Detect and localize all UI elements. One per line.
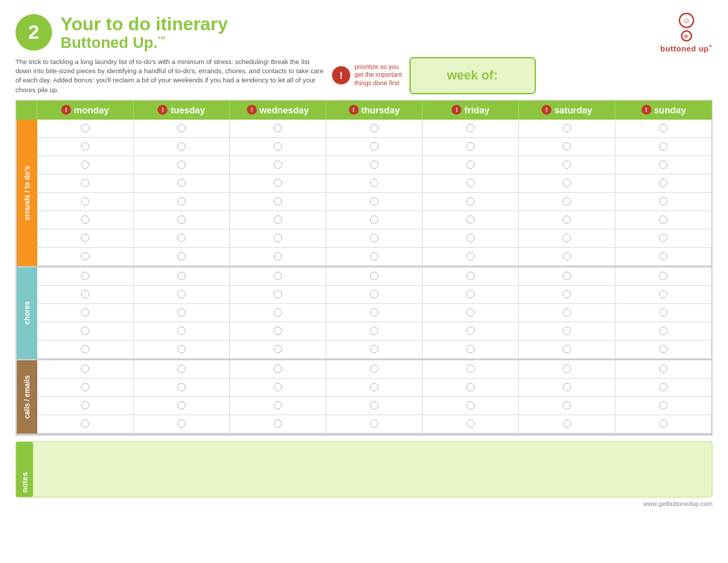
table-cell[interactable] bbox=[37, 267, 134, 286]
table-cell[interactable] bbox=[519, 175, 615, 193]
table-cell[interactable] bbox=[230, 379, 326, 397]
checkbox[interactable] bbox=[274, 419, 282, 428]
table-cell[interactable] bbox=[37, 175, 134, 193]
table-cell[interactable] bbox=[326, 360, 423, 379]
checkbox[interactable] bbox=[177, 252, 186, 260]
checkbox[interactable] bbox=[370, 179, 378, 187]
checkbox[interactable] bbox=[466, 308, 475, 317]
checkbox[interactable] bbox=[563, 383, 571, 391]
checkbox[interactable] bbox=[274, 327, 282, 335]
table-cell[interactable] bbox=[230, 415, 326, 434]
table-cell[interactable] bbox=[615, 175, 712, 193]
table-cell[interactable] bbox=[37, 193, 134, 211]
table-cell[interactable] bbox=[134, 138, 230, 156]
checkbox[interactable] bbox=[177, 142, 186, 151]
table-cell[interactable] bbox=[326, 379, 423, 397]
table-cell[interactable] bbox=[519, 341, 615, 359]
checkbox[interactable] bbox=[563, 308, 571, 317]
table-cell[interactable] bbox=[37, 415, 134, 434]
checkbox[interactable] bbox=[563, 345, 571, 353]
table-cell[interactable] bbox=[326, 415, 423, 434]
checkbox[interactable] bbox=[274, 252, 282, 260]
table-cell[interactable] bbox=[423, 175, 519, 193]
table-cell[interactable] bbox=[615, 120, 712, 138]
checkbox[interactable] bbox=[563, 272, 571, 280]
checkbox[interactable] bbox=[466, 197, 475, 205]
table-cell[interactable] bbox=[326, 341, 423, 359]
checkbox[interactable] bbox=[659, 308, 668, 317]
table-cell[interactable] bbox=[134, 156, 230, 175]
table-cell[interactable] bbox=[37, 229, 134, 248]
checkbox[interactable] bbox=[370, 160, 378, 169]
notes-content[interactable] bbox=[33, 442, 712, 497]
checkbox[interactable] bbox=[274, 345, 282, 353]
checkbox[interactable] bbox=[177, 272, 186, 280]
table-cell[interactable] bbox=[423, 267, 519, 286]
table-cell[interactable] bbox=[423, 156, 519, 175]
table-cell[interactable] bbox=[37, 138, 134, 156]
checkbox[interactable] bbox=[81, 272, 89, 280]
table-cell[interactable] bbox=[519, 322, 615, 341]
table-cell[interactable] bbox=[615, 229, 712, 248]
checkbox[interactable] bbox=[274, 290, 282, 298]
table-cell[interactable] bbox=[615, 341, 712, 359]
checkbox[interactable] bbox=[563, 215, 571, 224]
table-cell[interactable] bbox=[519, 120, 615, 138]
table-cell[interactable] bbox=[230, 175, 326, 193]
table-cell[interactable] bbox=[615, 211, 712, 229]
checkbox[interactable] bbox=[370, 252, 378, 260]
checkbox[interactable] bbox=[466, 252, 475, 260]
table-cell[interactable] bbox=[230, 138, 326, 156]
table-cell[interactable] bbox=[615, 322, 712, 341]
table-cell[interactable] bbox=[615, 267, 712, 286]
table-cell[interactable] bbox=[615, 286, 712, 304]
table-cell[interactable] bbox=[423, 120, 519, 138]
table-cell[interactable] bbox=[134, 379, 230, 397]
checkbox[interactable] bbox=[177, 234, 186, 242]
table-cell[interactable] bbox=[37, 156, 134, 175]
checkbox[interactable] bbox=[659, 252, 668, 260]
checkbox[interactable] bbox=[274, 365, 282, 373]
table-cell[interactable] bbox=[37, 304, 134, 322]
table-cell[interactable] bbox=[519, 360, 615, 379]
table-cell[interactable] bbox=[134, 193, 230, 211]
checkbox[interactable] bbox=[563, 419, 571, 428]
table-cell[interactable] bbox=[134, 286, 230, 304]
table-cell[interactable] bbox=[230, 360, 326, 379]
table-cell[interactable] bbox=[134, 248, 230, 266]
table-cell[interactable] bbox=[326, 211, 423, 229]
table-cell[interactable] bbox=[615, 138, 712, 156]
checkbox[interactable] bbox=[370, 308, 378, 317]
table-cell[interactable] bbox=[519, 156, 615, 175]
checkbox[interactable] bbox=[81, 142, 89, 151]
table-cell[interactable] bbox=[519, 267, 615, 286]
table-cell[interactable] bbox=[615, 379, 712, 397]
checkbox[interactable] bbox=[274, 308, 282, 317]
checkbox[interactable] bbox=[563, 234, 571, 242]
checkbox[interactable] bbox=[659, 197, 668, 205]
table-cell[interactable] bbox=[37, 286, 134, 304]
checkbox[interactable] bbox=[659, 419, 668, 428]
checkbox[interactable] bbox=[466, 345, 475, 353]
table-cell[interactable] bbox=[423, 286, 519, 304]
table-cell[interactable] bbox=[134, 397, 230, 415]
checkbox[interactable] bbox=[466, 215, 475, 224]
checkbox[interactable] bbox=[81, 308, 89, 317]
checkbox[interactable] bbox=[659, 327, 668, 335]
checkbox[interactable] bbox=[274, 215, 282, 224]
table-cell[interactable] bbox=[519, 397, 615, 415]
table-cell[interactable] bbox=[37, 211, 134, 229]
checkbox[interactable] bbox=[177, 383, 186, 391]
checkbox[interactable] bbox=[370, 215, 378, 224]
table-cell[interactable] bbox=[230, 120, 326, 138]
checkbox[interactable] bbox=[370, 272, 378, 280]
table-cell[interactable] bbox=[615, 193, 712, 211]
checkbox[interactable] bbox=[177, 365, 186, 373]
checkbox[interactable] bbox=[177, 215, 186, 224]
checkbox[interactable] bbox=[177, 308, 186, 317]
checkbox[interactable] bbox=[81, 252, 89, 260]
checkbox[interactable] bbox=[466, 234, 475, 242]
checkbox[interactable] bbox=[659, 365, 668, 373]
checkbox[interactable] bbox=[81, 234, 89, 242]
table-cell[interactable] bbox=[519, 211, 615, 229]
